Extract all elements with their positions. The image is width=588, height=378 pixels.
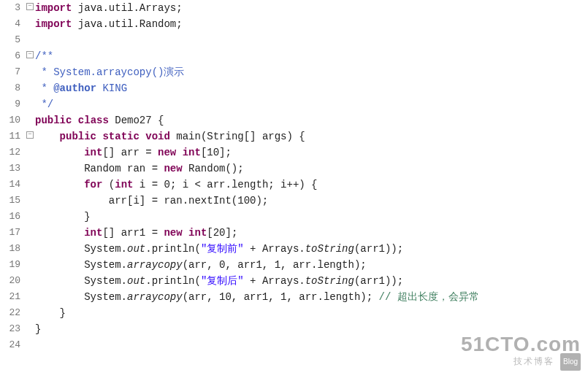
line-number: 13	[0, 161, 25, 177]
fold-gutter: −	[25, 128, 35, 144]
line-number: 18	[0, 241, 25, 257]
code-content: import java.util.Random;	[35, 16, 479, 32]
fold-gutter	[25, 161, 35, 177]
fold-collapse-icon[interactable]: −	[26, 3, 34, 10]
code-content: public static void main(String[] args) {	[35, 128, 479, 144]
code-line: 15 arr[i] = ran.nextInt(100);	[0, 193, 479, 209]
code-content: System.arraycopy(arr, 10, arr1, 1, arr.l…	[35, 289, 479, 305]
line-number: 6	[0, 48, 25, 64]
code-content: int[] arr1 = new int[20];	[35, 225, 479, 241]
code-line: 11− public static void main(String[] arg…	[0, 128, 479, 144]
fold-gutter	[25, 32, 35, 48]
code-content: * @author KING	[35, 80, 479, 96]
code-line: 18 System.out.println("复制前" + Arrays.toS…	[0, 241, 479, 257]
fold-gutter	[25, 96, 35, 112]
line-number: 8	[0, 80, 25, 96]
fold-gutter	[25, 80, 35, 96]
code-line: 8 * @author KING	[0, 80, 479, 96]
code-content: /**	[35, 48, 479, 64]
code-line: 24	[0, 337, 479, 353]
fold-collapse-icon[interactable]: −	[26, 131, 34, 139]
fold-gutter	[25, 305, 35, 321]
code-content: }	[35, 321, 479, 337]
watermark-blog-badge: Blog	[560, 353, 581, 371]
code-line: 13 Random ran = new Random();	[0, 161, 479, 177]
code-content: System.arraycopy(arr, 0, arr1, 1, arr.le…	[35, 257, 479, 273]
watermark-subtitle: 技术博客	[513, 356, 554, 366]
fold-gutter	[25, 289, 35, 305]
line-number: 9	[0, 96, 25, 112]
line-number: 3	[0, 0, 25, 16]
code-line: 16 }	[0, 209, 479, 225]
fold-gutter	[25, 209, 35, 225]
line-number: 17	[0, 225, 25, 241]
fold-gutter	[25, 241, 35, 257]
code-content: int[] arr = new int[10];	[35, 144, 479, 161]
fold-gutter	[25, 177, 35, 193]
fold-gutter: −	[25, 48, 35, 64]
code-line: 3−import java.util.Arrays;	[0, 0, 479, 16]
fold-gutter	[25, 144, 35, 161]
fold-gutter	[25, 112, 35, 128]
code-line: 21 System.arraycopy(arr, 10, arr1, 1, ar…	[0, 289, 479, 305]
code-line: 23}	[0, 321, 479, 337]
line-number: 11	[0, 128, 25, 144]
fold-gutter	[25, 225, 35, 241]
line-number: 24	[0, 337, 25, 353]
line-number: 12	[0, 144, 25, 161]
line-number: 10	[0, 112, 25, 128]
fold-gutter	[25, 16, 35, 32]
code-content: import java.util.Arrays;	[35, 0, 479, 16]
fold-gutter	[25, 273, 35, 289]
line-number: 5	[0, 32, 25, 48]
code-content: Random ran = new Random();	[35, 161, 479, 177]
line-number: 16	[0, 209, 25, 225]
fold-gutter	[25, 321, 35, 337]
fold-gutter	[25, 193, 35, 209]
line-number: 21	[0, 289, 25, 305]
fold-gutter	[25, 257, 35, 273]
fold-gutter	[25, 64, 35, 80]
code-content	[35, 337, 479, 353]
code-line: 12 int[] arr = new int[10];	[0, 144, 479, 161]
code-line: 22 }	[0, 305, 479, 321]
line-number: 22	[0, 305, 25, 321]
code-line: 20 System.out.println("复制后" + Arrays.toS…	[0, 273, 479, 289]
code-line: 5	[0, 32, 479, 48]
line-number: 19	[0, 257, 25, 273]
code-lines: 3−import java.util.Arrays;4import java.u…	[0, 0, 479, 353]
code-content: for (int i = 0; i < arr.length; i++) {	[35, 177, 479, 193]
code-content: System.out.println("复制后" + Arrays.toStri…	[35, 273, 479, 289]
code-line: 19 System.arraycopy(arr, 0, arr1, 1, arr…	[0, 257, 479, 273]
code-content: public class Demo27 {	[35, 112, 479, 128]
line-number: 4	[0, 16, 25, 32]
line-number: 15	[0, 193, 25, 209]
code-content: System.out.println("复制前" + Arrays.toStri…	[35, 241, 479, 257]
code-line: 6−/**	[0, 48, 479, 64]
line-number: 7	[0, 64, 25, 80]
code-line: 4import java.util.Random;	[0, 16, 479, 32]
code-editor: 3−import java.util.Arrays;4import java.u…	[0, 0, 588, 353]
code-content: * System.arraycopy()演示	[35, 64, 479, 80]
line-number: 14	[0, 177, 25, 193]
code-line: 10public class Demo27 {	[0, 112, 479, 128]
code-content: }	[35, 209, 479, 225]
line-number: 23	[0, 321, 25, 337]
code-line: 14 for (int i = 0; i < arr.length; i++) …	[0, 177, 479, 193]
code-content: */	[35, 96, 479, 112]
code-line: 7 * System.arraycopy()演示	[0, 64, 479, 80]
code-line: 17 int[] arr1 = new int[20];	[0, 225, 479, 241]
code-content: }	[35, 305, 479, 321]
code-line: 9 */	[0, 96, 479, 112]
fold-collapse-icon[interactable]: −	[26, 51, 34, 58]
line-number: 20	[0, 273, 25, 289]
code-content	[35, 32, 479, 48]
code-content: arr[i] = ran.nextInt(100);	[35, 193, 479, 209]
fold-gutter: −	[25, 0, 35, 16]
fold-gutter	[25, 337, 35, 353]
